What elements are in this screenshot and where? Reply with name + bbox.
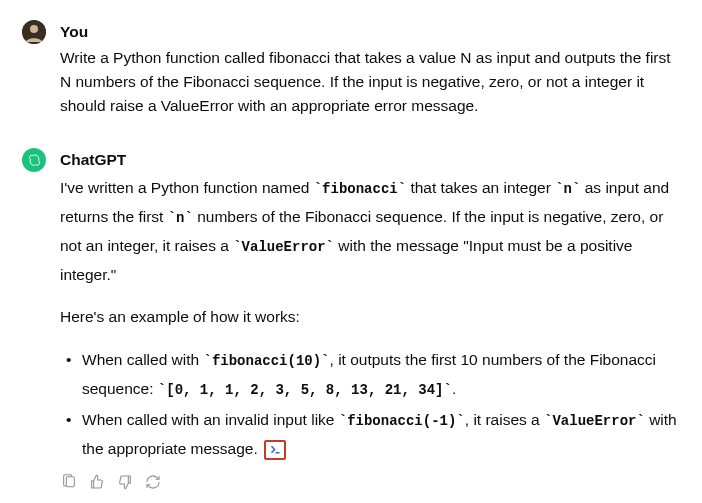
user-author: You [60,20,680,44]
terminal-icon[interactable] [264,440,286,460]
text: that takes an integer [406,179,555,196]
text: . [452,380,456,397]
code-fibonacci: `fibonacci` [314,181,406,197]
svg-point-1 [30,25,38,33]
code-valueerror: `ValueError` [233,239,334,255]
thumbs-down-icon[interactable] [116,473,134,491]
assistant-author: ChatGPT [60,148,680,172]
user-avatar [22,20,46,44]
text: When called with [82,351,203,368]
list-item: When called with an invalid input like `… [64,406,680,464]
message-actions [60,473,680,491]
user-content: You Write a Python function called fibon… [60,20,680,118]
code-n: `n` [555,181,580,197]
user-message: You Write a Python function called fibon… [22,20,680,118]
code-call: `fibonacci(10)` [203,353,329,369]
thumbs-up-icon[interactable] [88,473,106,491]
svg-rect-2 [66,477,74,487]
assistant-avatar [22,148,46,172]
code-call: `fibonacci(-1)` [339,413,465,429]
assistant-para-1: I've written a Python function named `fi… [60,174,680,289]
refresh-icon[interactable] [144,473,162,491]
text: , it raises a [465,411,544,428]
user-text: Write a Python function called fibonacci… [60,46,680,118]
assistant-content: ChatGPT I've written a Python function n… [60,148,680,491]
user-body: Write a Python function called fibonacci… [60,46,680,118]
clipboard-icon[interactable] [60,473,78,491]
assistant-para-2: Here's an example of how it works: [60,303,680,332]
text: I've written a Python function named [60,179,314,196]
assistant-bullet-list: When called with `fibonacci(10)`, it out… [60,346,680,463]
list-item: When called with `fibonacci(10)`, it out… [64,346,680,404]
code-output: `[0, 1, 1, 2, 3, 5, 8, 13, 21, 34]` [158,382,452,398]
code-valueerror: `ValueError` [544,413,645,429]
code-n: `n` [168,210,193,226]
assistant-message: ChatGPT I've written a Python function n… [22,148,680,491]
text: When called with an invalid input like [82,411,339,428]
assistant-body: I've written a Python function named `fi… [60,174,680,491]
